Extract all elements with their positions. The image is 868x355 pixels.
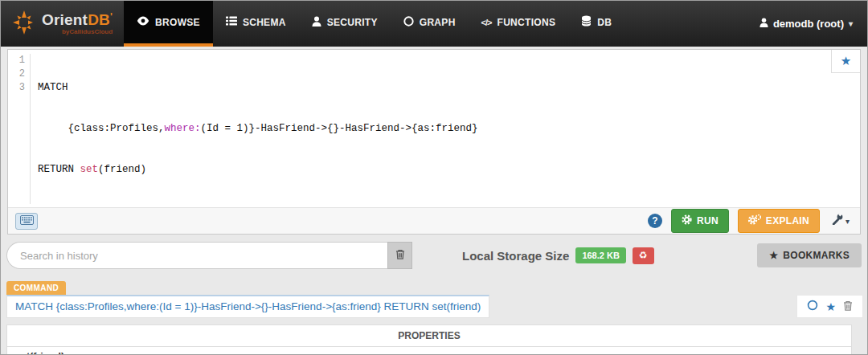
- tab-graph-label: GRAPH: [420, 17, 456, 28]
- query-code-editor[interactable]: 1 2 3 MATCH {class:Profiles,where:(Id = …: [8, 50, 860, 207]
- bookmarks-button[interactable]: ★ BOOKMARKS: [757, 243, 862, 267]
- circle-icon: [403, 16, 414, 29]
- settings-dropdown-button[interactable]: ▾: [829, 214, 853, 228]
- help-button[interactable]: ?: [648, 214, 662, 228]
- main-menu: BROWSE SCHEMA SECURITY GRAPH: [124, 1, 624, 47]
- command-result-section: COMMAND MATCH {class:Profiles,where:(Id …: [6, 280, 863, 355]
- storage-size-badge: 168.2 KB: [575, 247, 625, 263]
- code-icon: </>: [481, 18, 492, 27]
- wrench-icon: [832, 214, 843, 228]
- search-history-input[interactable]: [6, 242, 387, 269]
- query-editor-panel: 1 2 3 MATCH {class:Profiles,where:(Id = …: [7, 49, 861, 235]
- bookmarks-button-label: BOOKMARKS: [783, 250, 850, 261]
- recycle-icon: ♻: [639, 250, 648, 261]
- trash-icon: [395, 248, 405, 263]
- history-search-group: [6, 242, 412, 269]
- bookmark-query-button[interactable]: ★: [831, 50, 860, 73]
- keyword-token: where:: [165, 123, 201, 134]
- circle-icon: [807, 300, 818, 314]
- explain-button-label: EXPLAIN: [766, 215, 809, 226]
- bookmark-result-button[interactable]: ★: [825, 300, 836, 313]
- line-number: 1: [8, 54, 25, 67]
- chevron-down-icon: ▾: [849, 19, 853, 28]
- history-toolbar: Local Storage Size 168.2 KB ♻ ★ BOOKMARK…: [6, 242, 862, 269]
- result-actions: ★: [796, 295, 863, 318]
- brand-db: DB: [88, 11, 110, 28]
- trash-icon: [843, 300, 853, 314]
- orientdb-studio-window: OrientDB' byCallidusCloud BROWSE SCHEMA: [0, 0, 868, 355]
- caret-down-icon: ▾: [845, 217, 850, 226]
- brand-orient: Orient: [42, 11, 88, 28]
- tab-browse-label: BROWSE: [155, 17, 200, 28]
- clear-storage-button[interactable]: ♻: [633, 247, 654, 264]
- tab-functions-label: FUNCTIONS: [497, 17, 556, 28]
- tab-schema-label: SCHEMA: [243, 17, 286, 28]
- database-icon: [581, 15, 592, 29]
- question-mark-icon: ?: [652, 215, 657, 226]
- tab-graph[interactable]: GRAPH: [391, 1, 469, 47]
- tab-browse[interactable]: BROWSE: [124, 1, 213, 47]
- user-menu-label: demodb (root): [773, 18, 844, 30]
- cogs-icon: [748, 214, 761, 227]
- query-code-text: MATCH {class:Profiles,where:(Id = 1)}-Ha…: [31, 54, 478, 204]
- rerun-circle-button[interactable]: [807, 300, 818, 314]
- top-navbar: OrientDB' byCallidusCloud BROWSE SCHEMA: [1, 1, 867, 47]
- executed-query-text[interactable]: MATCH {class:Profiles,where:(Id = 1)}-Ha…: [6, 295, 489, 318]
- line-number: 3: [8, 81, 25, 95]
- results-table: PROPERTIES set(friend) #48:0 #47:0 #46:0…: [6, 324, 852, 355]
- tab-db-label: DB: [597, 17, 612, 28]
- brand-text: OrientDB' byCallidusCloud: [42, 12, 113, 35]
- eye-icon: [137, 16, 149, 28]
- delete-result-button[interactable]: [843, 300, 853, 314]
- orientdb-logo[interactable]: OrientDB' byCallidusCloud: [1, 1, 124, 47]
- tab-db[interactable]: DB: [568, 1, 624, 47]
- editor-toolbar: ? RUN EXPLAIN: [8, 207, 860, 234]
- tab-security[interactable]: SECURITY: [299, 1, 391, 47]
- starburst-logo-icon: [12, 10, 36, 39]
- user-menu[interactable]: demodb (root) ▾: [760, 1, 867, 47]
- result-row-key: set(friend): [7, 347, 851, 355]
- keyboard-shortcuts-button[interactable]: [15, 213, 38, 230]
- clear-history-button[interactable]: [387, 242, 412, 269]
- line-number: 2: [8, 67, 25, 81]
- star-icon: ★: [769, 250, 778, 261]
- user-avatar-icon: [760, 18, 768, 30]
- user-icon: [312, 16, 321, 29]
- keyboard-icon: [20, 214, 34, 228]
- tab-schema[interactable]: SCHEMA: [213, 1, 299, 47]
- star-icon: ★: [825, 300, 836, 313]
- gear-icon: [682, 214, 692, 227]
- local-storage-info: Local Storage Size 168.2 KB ♻: [462, 247, 654, 264]
- local-storage-label: Local Storage Size: [462, 249, 569, 263]
- run-button[interactable]: RUN: [671, 209, 729, 233]
- brand-tagline: byCallidusCloud: [42, 29, 113, 35]
- list-icon: [226, 16, 237, 28]
- run-button-label: RUN: [697, 215, 719, 226]
- tab-security-label: SECURITY: [327, 17, 378, 28]
- function-token: set: [80, 164, 99, 175]
- tab-functions[interactable]: </> FUNCTIONS: [469, 1, 569, 47]
- line-number-gutter: 1 2 3: [8, 54, 31, 204]
- table-column-header: PROPERTIES: [7, 325, 851, 347]
- explain-button[interactable]: EXPLAIN: [738, 209, 820, 233]
- star-icon: ★: [841, 54, 851, 68]
- command-type-badge: COMMAND: [6, 281, 66, 295]
